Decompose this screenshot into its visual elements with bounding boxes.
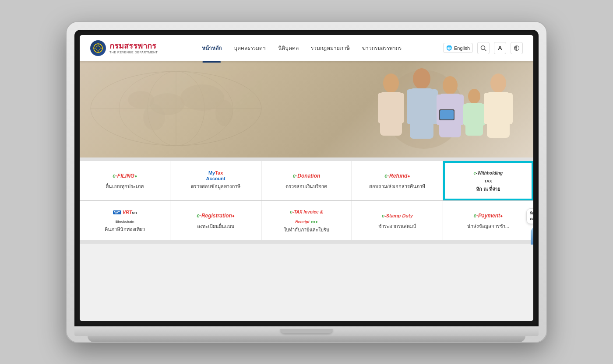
estamp-label: ชำระอากรแสตมป์ — [378, 223, 416, 230]
nav-item-corporate[interactable]: นิติบุคคล — [273, 41, 304, 55]
mytax-logo: MyTax Account — [206, 171, 225, 181]
svg-rect-39 — [463, 104, 469, 126]
globe-icon: 🌐 — [446, 45, 452, 51]
laptop-notch — [280, 329, 333, 333]
service-card-mytax[interactable]: MyTax Account ตรวจสอบข้อมูลทางภาษี — [170, 161, 261, 200]
edonation-logo: e-Donation — [293, 171, 321, 181]
estamp-logo: e-Stamp Duty — [382, 211, 413, 220]
laptop-foot — [88, 336, 525, 342]
logo-area[interactable]: กรมสรรพากร THE REVENUE DEPARTMENT — [90, 40, 160, 56]
logo-text: กรมสรรพากร THE REVENUE DEPARTMENT — [109, 42, 158, 54]
svg-rect-44 — [507, 93, 513, 124]
epayment-logo: e-Payment● — [473, 211, 503, 220]
svg-point-41 — [490, 74, 506, 93]
withholding-tax-text: TAX — [484, 179, 492, 183]
etaxinvoice-label: ใบทำกับภาษีและใบรับ — [284, 227, 329, 233]
eregistration-label: ลงทะเบียนยื่นแบบ — [197, 223, 234, 230]
laptop-base — [74, 326, 539, 336]
nav-item-individual[interactable]: บุคคลธรรมดา — [229, 41, 271, 55]
receipt-text: Receipt ●●● — [295, 220, 317, 224]
service-card-etaxinvoice[interactable]: e-TAX Invoice & Receipt ●●● ใบทำกับภาษีแ… — [261, 201, 352, 240]
font-icon: A — [498, 45, 502, 51]
edonation-label: ตรวจสอบเงินบริจาค — [285, 183, 327, 190]
nav-item-tax-law[interactable]: รวมกฎหมายภาษี — [306, 41, 355, 55]
service-card-epayment[interactable]: e-Payment● นำส่งข้อมูลการชำ... น้องภาษีต… — [443, 201, 533, 240]
svg-point-24 — [143, 104, 165, 130]
svg-point-25 — [383, 74, 399, 93]
epayment-label: นำส่งข้อมูลการชำ... — [467, 223, 509, 230]
search-button[interactable] — [477, 42, 490, 54]
lang-label: English — [454, 46, 470, 51]
chatbot-widget[interactable]: น้องภาษีตอบภาษี — [526, 208, 533, 245]
svg-rect-46 — [440, 110, 454, 119]
svg-rect-28 — [398, 93, 404, 123]
svg-rect-43 — [484, 93, 490, 124]
efiling-logo: e-FILING● — [113, 171, 137, 181]
service-card-vrt[interactable]: VAT VRTon Blockchain คืนภาษีนักท่องเที่ย… — [80, 201, 170, 240]
hero-banner — [80, 61, 533, 158]
header-tools: 🌐 English A — [443, 42, 523, 54]
contrast-button[interactable] — [511, 42, 523, 54]
service-grid: e-FILING● ยื่นแบบทุกประเภท MyTax Account — [80, 161, 533, 240]
erefund-logo: e-Refund● — [384, 171, 410, 181]
service-section: e-FILING● ยื่นแบบทุกประเภท MyTax Account — [80, 158, 533, 244]
logo-thai: กรมสรรพากร — [109, 42, 158, 51]
svg-rect-31 — [407, 89, 414, 124]
nav-item-home[interactable]: หน้าหลัก — [197, 41, 227, 55]
svg-point-29 — [413, 68, 430, 89]
logo-en: THE REVENUE DEPARTMENT — [109, 51, 158, 54]
header: กรมสรรพากร THE REVENUE DEPARTMENT หน้าหล… — [80, 35, 533, 61]
erefund-label: สอบถาม/ส่งเอกสารคืนภาษี — [369, 183, 425, 190]
svg-rect-42 — [487, 92, 510, 138]
font-size-button[interactable]: A — [494, 42, 506, 54]
svg-point-33 — [443, 76, 458, 94]
service-card-eregistration[interactable]: e-Registration● ลงทะเบียนยื่นแบบ — [170, 201, 261, 240]
efiling-label: ยื่นแบบทุกประเภท — [106, 183, 144, 190]
chatbot-bubble: น้องภาษีตอบภาษี — [526, 208, 533, 224]
chatbot-avatar — [531, 225, 533, 245]
withholding-label: หัก ณ ที่จ่าย — [476, 186, 500, 192]
website: กรมสรรพากร THE REVENUE DEPARTMENT หน้าหล… — [80, 35, 533, 322]
svg-point-23 — [215, 100, 233, 126]
logo-thai-bold: สรรพากร — [124, 42, 156, 50]
svg-rect-27 — [378, 93, 384, 123]
screen-bezel: กรมสรรพากร THE REVENUE DEPARTMENT หน้าหล… — [74, 30, 539, 327]
logo-icon — [90, 40, 106, 56]
screen: กรมสรรพากร THE REVENUE DEPARTMENT หน้าหล… — [80, 35, 533, 322]
nav-item-news[interactable]: ข่าวกรมสรรพากร — [357, 41, 407, 55]
service-card-erefund[interactable]: e-Refund● สอบถาม/ส่งเอกสารคืนภาษี — [352, 161, 442, 200]
vrt-logo: VAT VRTon — [113, 207, 137, 217]
service-card-estamp[interactable]: e-Stamp Duty ชำระอากรแสตมป์ — [352, 201, 442, 240]
logo-thai-prefix: กรม — [109, 42, 124, 50]
main-nav: หน้าหลัก บุคคลธรรมดา นิติบุคคล รวมกฎหมาย… — [166, 41, 438, 55]
svg-rect-36 — [458, 94, 464, 125]
service-card-withholding[interactable]: e-Withholding TAX หัก ณ ที่จ่าย — [443, 161, 533, 200]
svg-line-7 — [485, 49, 486, 51]
laptop-frame: กรมสรรพากร THE REVENUE DEPARTMENT หน้าหล… — [66, 21, 547, 343]
etaxinvoice-logo: e-TAX Invoice & — [290, 207, 323, 217]
service-card-edonation[interactable]: e-Donation ตรวจสอบเงินบริจาค — [261, 161, 352, 200]
language-button[interactable]: 🌐 English — [443, 43, 473, 53]
mytax-label: ตรวจสอบข้อมูลทางภาษี — [191, 183, 240, 190]
hero-worldmap — [88, 69, 264, 150]
service-card-efiling[interactable]: e-FILING● ยื่นแบบทุกประเภท — [80, 161, 170, 200]
withholding-logo: e-Withholding — [474, 168, 503, 178]
svg-point-37 — [468, 89, 480, 104]
blockchain-text: Blockchain — [116, 220, 134, 224]
eregistration-logo: e-Registration● — [197, 211, 235, 220]
vrt-label: คืนภาษีนักท่องเที่ยว — [105, 226, 145, 233]
hero-people — [367, 63, 520, 158]
